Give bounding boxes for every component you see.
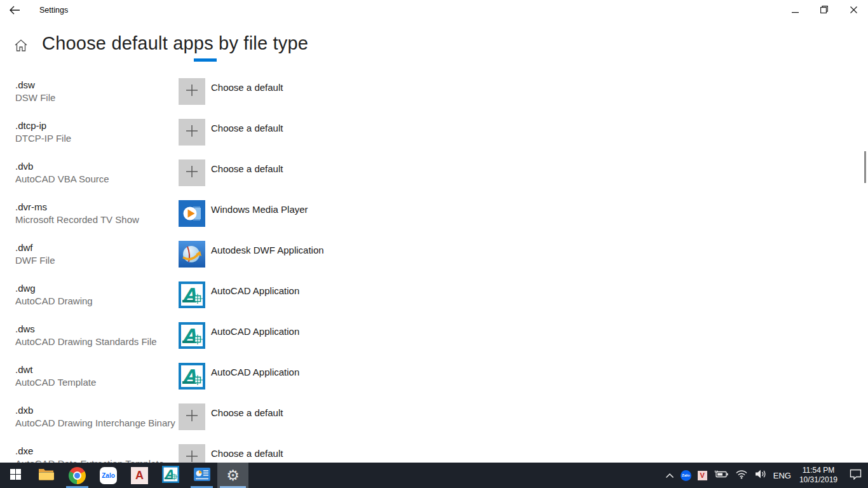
home-icon (14, 43, 28, 54)
choose-default-button[interactable] (179, 119, 205, 146)
close-icon (850, 4, 857, 16)
extension-name: .dwf (15, 241, 179, 254)
home-button[interactable] (14, 39, 28, 55)
taskbar-zalo-button[interactable]: Zalo (93, 463, 124, 488)
clock-date: 10/31/2019 (799, 475, 837, 485)
choose-default-button[interactable] (179, 403, 205, 430)
taskbar-document-app-button[interactable] (186, 463, 217, 488)
close-button[interactable] (839, 0, 868, 20)
autocad-red-a-icon: A (131, 467, 148, 484)
progress-indicator (194, 58, 217, 62)
restore-icon (820, 4, 828, 16)
file-type-row: .dtcp-ip DTCP-IP File Choose a default (0, 119, 851, 159)
extension-description: AutoCAD Drawing Standards File (15, 336, 179, 348)
add-default-icon (186, 409, 198, 424)
tray-chevron-button[interactable] (662, 463, 677, 488)
file-type-row: .dxb AutoCAD Drawing Interchange Binary … (0, 403, 851, 444)
default-app-label: Windows Media Player (211, 204, 308, 215)
tray-wifi-button[interactable] (732, 463, 751, 488)
file-type-row: .dws AutoCAD Drawing Standards File A (0, 322, 851, 363)
zalo-tray-icon: Zalo (681, 470, 691, 481)
extension-name: .dvb (15, 160, 179, 172)
action-center-button[interactable] (843, 463, 868, 488)
chevron-up-icon (665, 470, 674, 481)
language-label: ENG (773, 471, 791, 480)
tray-battery-button[interactable] (710, 463, 732, 488)
choose-default-button[interactable] (179, 159, 205, 186)
page-title: Choose default apps by file type (42, 33, 308, 54)
restore-button[interactable] (810, 0, 839, 20)
settings-gear-icon: ⚙ (226, 468, 240, 483)
default-app-label: Choose a default (211, 163, 283, 174)
extension-description: DSW File (15, 92, 179, 104)
file-type-row: .dxe AutoCAD Data Extraction Template Ch… (0, 444, 851, 463)
default-app-label: Choose a default (211, 82, 283, 93)
default-app-label: Choose a default (211, 407, 283, 418)
extension-description: Microsoft Recorded TV Show (15, 214, 179, 226)
extension-name: .dvr-ms (15, 201, 179, 213)
chrome-icon (69, 467, 86, 484)
autocad-icon: A (179, 299, 205, 310)
settings-window: Settings Choose default apps by file typ… (0, 0, 868, 463)
taskbar-settings-button[interactable]: ⚙ (217, 463, 248, 488)
extension-description: DWF File (15, 254, 179, 266)
file-explorer-icon (38, 467, 55, 484)
add-default-icon (186, 165, 198, 180)
default-app-label: AutoCAD Application (211, 285, 299, 296)
taskbar-chrome-button[interactable] (62, 463, 93, 488)
add-default-icon (186, 450, 198, 463)
extension-description: AutoCAD VBA Source (15, 173, 179, 185)
choose-default-button[interactable] (179, 444, 205, 463)
taskbar: Zalo A A (0, 463, 868, 488)
v-antivirus-icon: V (698, 471, 707, 480)
extension-description: AutoCAD Data Extraction Template (15, 458, 179, 463)
file-type-row: .dvb AutoCAD VBA Source Choose a default (0, 159, 851, 200)
default-app-label: AutoCAD Application (211, 367, 299, 377)
extension-name: .dwt (15, 363, 179, 376)
clock-time: 11:54 PM (799, 466, 837, 475)
file-type-row: .dvr-ms Microsoft Recorded TV Show (0, 200, 851, 241)
extension-name: .dxe (15, 445, 179, 457)
speaker-icon (754, 469, 767, 482)
add-default-icon (186, 84, 198, 99)
titlebar: Settings (0, 0, 868, 20)
wifi-icon (735, 470, 748, 482)
file-type-row: .dsw DSW File Choose a default (0, 78, 851, 119)
window-title: Settings (39, 6, 68, 15)
default-app-button[interactable] (179, 241, 205, 268)
tray-volume-button[interactable] (751, 463, 770, 488)
autodesk-dwf-icon (179, 259, 205, 269)
tray-zalo-button[interactable]: Zalo (677, 463, 695, 488)
default-app-button[interactable] (179, 200, 205, 227)
autocad-icon: A (179, 340, 205, 351)
default-app-label: AutoCAD Application (211, 326, 299, 337)
default-app-button[interactable]: A (179, 363, 205, 390)
default-app-label: Choose a default (211, 448, 283, 459)
default-app-button[interactable]: A (179, 322, 205, 349)
file-type-list: .dsw DSW File Choose a default .dtcp-ip … (0, 78, 851, 463)
tray-language-button[interactable]: ENG (770, 463, 794, 488)
autocad-icon: A (162, 466, 179, 485)
extension-description: DTCP-IP File (15, 132, 179, 144)
back-button[interactable] (0, 0, 29, 20)
choose-default-button[interactable] (179, 78, 205, 105)
battery-charging-icon (714, 469, 729, 482)
extension-name: .dws (15, 323, 179, 335)
autocad-icon: A (179, 381, 205, 391)
system-tray: Zalo V (662, 463, 868, 488)
extension-description: AutoCAD Drawing (15, 295, 179, 307)
taskbar-file-explorer-button[interactable] (31, 463, 62, 488)
tray-antivirus-button[interactable]: V (695, 463, 710, 488)
minimize-button[interactable] (780, 0, 810, 20)
default-app-button[interactable]: A (179, 281, 205, 308)
extension-name: .dxb (15, 404, 179, 416)
start-button[interactable] (0, 463, 31, 488)
scrollbar-thumb[interactable] (864, 151, 866, 183)
extension-description: AutoCAD Drawing Interchange Binary (15, 417, 179, 429)
taskbar-autocad-app-button[interactable]: A (155, 463, 186, 488)
taskbar-autocad-launcher-button[interactable]: A (124, 463, 155, 488)
file-type-row: .dwf DWF File (0, 241, 851, 281)
windows-media-player-icon (179, 218, 205, 229)
tray-clock[interactable]: 11:54 PM 10/31/2019 (794, 466, 843, 485)
file-type-row: .dwt AutoCAD Template A (0, 363, 851, 403)
